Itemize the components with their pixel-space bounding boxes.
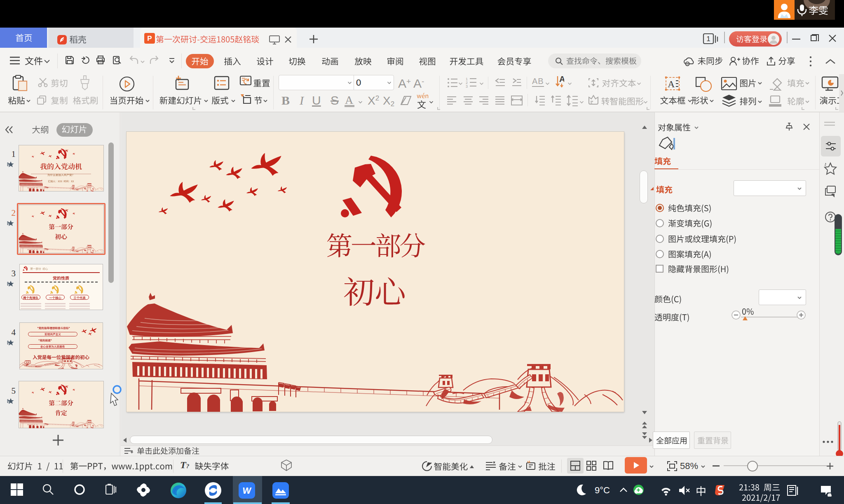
svg-text:A: A <box>668 79 675 89</box>
svg-text:A: A <box>559 75 564 84</box>
svg-text:1: 1 <box>706 35 710 43</box>
svg-text:W: W <box>242 485 252 496</box>
svg-text:P: P <box>147 35 152 42</box>
svg-text:3: 3 <box>466 84 468 88</box>
